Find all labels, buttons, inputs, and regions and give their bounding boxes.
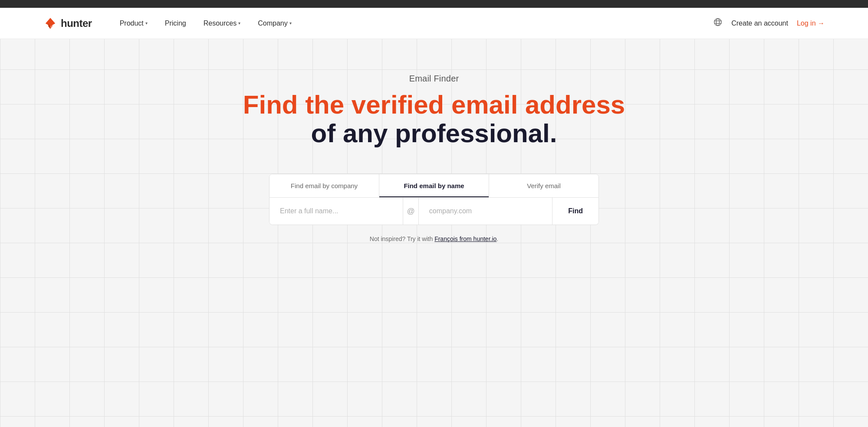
tabs-container: Find email by company Find email by name… <box>269 174 599 198</box>
tabs-wrapper: Find email by company Find email by name… <box>269 174 599 225</box>
nav-links: Product ▾ Pricing Resources ▾ Company ▾ <box>113 16 713 31</box>
tab-by-name[interactable]: Find email by name <box>379 174 489 197</box>
nav-item-company[interactable]: Company ▾ <box>251 16 298 31</box>
nav-item-pricing[interactable]: Pricing <box>158 16 193 31</box>
chevron-down-icon: ▾ <box>289 21 292 26</box>
hero-subtitle: Email Finder <box>409 74 459 84</box>
create-account-button[interactable]: Create an account <box>731 20 788 27</box>
find-button[interactable]: Find <box>552 198 598 225</box>
login-button[interactable]: Log in → <box>797 20 825 27</box>
svg-point-1 <box>717 19 720 26</box>
inspiration-link[interactable]: François from hunter.io <box>434 235 496 242</box>
hero-title: Find the verified email address of any p… <box>243 91 625 148</box>
chevron-down-icon: ▾ <box>145 21 148 26</box>
logo-icon <box>43 16 57 30</box>
hero-section: Email Finder Find the verified email add… <box>243 39 625 242</box>
tab-by-company[interactable]: Find email by company <box>270 174 379 197</box>
search-form: @ Find <box>269 198 599 225</box>
hero-title-orange: Find the verified email address <box>243 90 625 119</box>
name-input[interactable] <box>270 198 403 225</box>
logo-text: hunter <box>61 17 92 29</box>
main-content: Email Finder Find the verified email add… <box>0 0 868 427</box>
nav-right: Create an account Log in → <box>713 17 825 29</box>
logo[interactable]: hunter <box>43 16 92 30</box>
hero-title-dark: of any professional. <box>311 119 557 148</box>
domain-input[interactable] <box>419 198 552 225</box>
top-bar <box>0 0 868 8</box>
navbar: hunter Product ▾ Pricing Resources ▾ Com… <box>0 8 868 39</box>
inspiration-text: Not inspired? Try it with François from … <box>370 235 498 242</box>
globe-icon[interactable] <box>713 17 723 29</box>
tab-verify-email[interactable]: Verify email <box>489 174 598 197</box>
svg-point-0 <box>714 19 722 26</box>
at-divider: @ <box>403 198 418 225</box>
chevron-down-icon: ▾ <box>238 21 240 26</box>
nav-item-resources[interactable]: Resources ▾ <box>197 16 247 31</box>
nav-item-product[interactable]: Product ▾ <box>113 16 155 31</box>
